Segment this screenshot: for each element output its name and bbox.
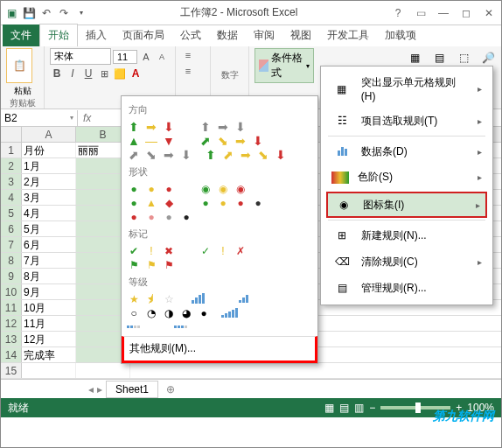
- circle-red2-icon[interactable]: ●: [127, 210, 141, 224]
- arrow-e-yellow-icon[interactable]: ➡: [239, 148, 253, 162]
- tab-data[interactable]: 数据: [209, 24, 246, 46]
- boxes-set2-icon[interactable]: [174, 320, 218, 332]
- more-rules-item[interactable]: 其他规则(M)...: [122, 336, 317, 363]
- select-all-corner[interactable]: [1, 127, 22, 142]
- row-header[interactable]: 8: [1, 253, 22, 268]
- minimize-icon[interactable]: —: [435, 5, 452, 21]
- bars-set-icon[interactable]: [192, 292, 235, 304]
- row-header[interactable]: 7: [1, 237, 22, 252]
- arrow-right-yellow-icon[interactable]: ➡: [144, 120, 158, 134]
- cell[interactable]: [22, 363, 76, 378]
- cell[interactable]: 7月: [22, 253, 76, 268]
- row-header[interactable]: 5: [1, 206, 22, 220]
- cell[interactable]: 10月: [22, 300, 76, 315]
- cell[interactable]: 6月: [22, 237, 76, 252]
- flag-red-icon[interactable]: ⚑: [162, 258, 176, 272]
- cell[interactable]: 5月: [22, 221, 76, 236]
- align-middle-icon[interactable]: ≡: [181, 64, 195, 78]
- arrow-n-green-icon[interactable]: ⬆: [204, 148, 218, 162]
- check-circle-icon[interactable]: ✔: [127, 244, 141, 258]
- pie-75-icon[interactable]: ◕: [179, 306, 193, 320]
- ribbon-options-icon[interactable]: ▭: [412, 5, 429, 21]
- arrow-down-red-icon[interactable]: ⬇: [162, 120, 176, 134]
- sheet-tab[interactable]: Sheet1: [106, 381, 158, 398]
- row-header[interactable]: 12: [1, 316, 22, 331]
- traffic-yellow-icon[interactable]: ◉: [216, 182, 230, 196]
- cf-icon-sets[interactable]: ◉ 图标集(I) ▸: [326, 192, 487, 218]
- zoom-level[interactable]: 100%: [467, 402, 494, 414]
- cf-data-bars[interactable]: 数据条(D) ▸: [321, 138, 492, 164]
- traffic-red-icon[interactable]: ◉: [234, 182, 248, 196]
- cell[interactable]: [76, 363, 130, 378]
- zoom-slider[interactable]: [380, 406, 450, 410]
- arrow-upleft-green-icon[interactable]: ⬈: [199, 134, 213, 148]
- zoom-in-icon[interactable]: +: [456, 402, 462, 414]
- row-header[interactable]: 10: [1, 284, 22, 299]
- help-icon[interactable]: ?: [389, 5, 407, 21]
- x-red-icon[interactable]: ✗: [234, 244, 248, 258]
- row-header[interactable]: 13: [1, 332, 22, 346]
- cf-manage-rules[interactable]: ▤ 管理规则(R)...: [321, 275, 492, 301]
- row-header[interactable]: 11: [1, 300, 22, 315]
- delete-cells-icon[interactable]: ▤: [429, 48, 449, 67]
- cell[interactable]: 2月: [22, 174, 76, 189]
- arrow-down-gray-icon[interactable]: ⬇: [234, 120, 248, 134]
- qat-dropdown-icon[interactable]: ▾: [74, 6, 88, 20]
- redo-icon[interactable]: ↷: [57, 6, 71, 20]
- circle-yellow-icon[interactable]: ●: [144, 182, 158, 196]
- tab-formulas[interactable]: 公式: [172, 24, 209, 46]
- italic-button[interactable]: I: [66, 66, 80, 80]
- format-icon[interactable]: ⬚: [454, 48, 473, 67]
- tab-review[interactable]: 审阅: [246, 24, 282, 46]
- circle-green-icon[interactable]: ●: [127, 182, 141, 196]
- pie-25-icon[interactable]: ◔: [144, 306, 158, 320]
- tab-view[interactable]: 视图: [282, 24, 319, 46]
- pie-0-icon[interactable]: ○: [127, 306, 141, 320]
- dash-yellow-icon[interactable]: —: [144, 134, 158, 148]
- arrow-ne-yellow-icon[interactable]: ⬈: [221, 148, 235, 162]
- tab-developer[interactable]: 开发工具: [319, 24, 377, 46]
- align-top-icon[interactable]: ≡: [181, 48, 195, 62]
- exclaim-circle-icon[interactable]: !: [144, 244, 158, 258]
- arrow-se-gray-icon[interactable]: ⬊: [144, 148, 158, 162]
- circle-g-icon[interactable]: ●: [127, 196, 141, 210]
- tab-home[interactable]: 开始: [39, 24, 78, 46]
- cf-new-rule[interactable]: ⊞ 新建规则(N)...: [321, 222, 492, 248]
- flag-yellow-icon[interactable]: ⚑: [144, 258, 158, 272]
- circle-r2-icon[interactable]: ●: [234, 196, 248, 210]
- border-button[interactable]: ⊞: [97, 66, 111, 80]
- save-icon[interactable]: 💾: [22, 6, 36, 20]
- star-half-icon[interactable]: ⯨: [144, 292, 158, 306]
- maximize-icon[interactable]: ◻: [457, 5, 475, 21]
- triangle-y-icon[interactable]: ▲: [144, 196, 158, 210]
- row-header[interactable]: 15: [1, 363, 22, 378]
- tab-insert[interactable]: 插入: [78, 24, 115, 46]
- exclaim-yellow-icon[interactable]: !: [216, 244, 230, 258]
- insert-cells-icon[interactable]: ▦: [405, 48, 424, 67]
- cell[interactable]: 9月: [22, 284, 76, 299]
- shrink-font-icon[interactable]: A: [155, 50, 169, 64]
- cf-highlight-rules[interactable]: ▦ 突出显示单元格规则(H) ▸: [321, 70, 492, 108]
- arrow-ne-gray-icon[interactable]: ⬈: [127, 148, 141, 162]
- x-circle-icon[interactable]: ✖: [162, 244, 176, 258]
- bars5-icon[interactable]: [221, 306, 265, 318]
- circle-red-icon[interactable]: ●: [162, 182, 176, 196]
- sheet-nav-next[interactable]: ▸: [97, 383, 102, 396]
- traffic-green-icon[interactable]: ◉: [199, 182, 213, 196]
- font-select[interactable]: 宋体: [50, 48, 111, 65]
- view-normal-icon[interactable]: ▦: [324, 402, 334, 414]
- name-box[interactable]: B2 ▾: [1, 110, 78, 126]
- circle-black-icon[interactable]: ●: [179, 210, 193, 224]
- fill-color-button[interactable]: 🟨: [113, 66, 127, 80]
- grow-font-icon[interactable]: A: [139, 50, 153, 64]
- star-empty-icon[interactable]: ☆: [162, 292, 176, 306]
- arrow-right-gray-icon[interactable]: ➡: [216, 120, 230, 134]
- row-header[interactable]: 3: [1, 174, 22, 189]
- arrow-s-red-icon[interactable]: ⬇: [274, 148, 288, 162]
- cell[interactable]: 月份: [22, 143, 76, 158]
- sort-filter-icon[interactable]: 🔎: [478, 48, 498, 67]
- view-break-icon[interactable]: ▥: [354, 402, 364, 414]
- undo-icon[interactable]: ↶: [39, 6, 53, 20]
- font-color-button[interactable]: A: [129, 66, 143, 80]
- pie-100-icon[interactable]: ●: [197, 306, 211, 320]
